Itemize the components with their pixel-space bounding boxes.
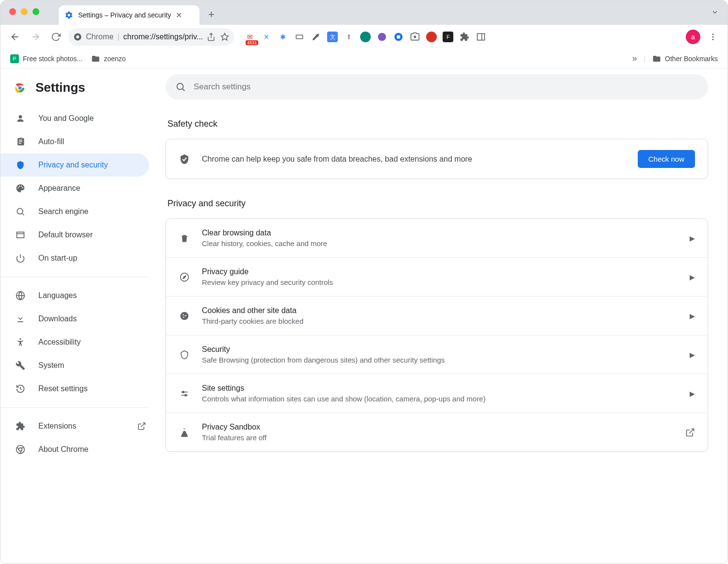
row-clear-browsing-data[interactable]: Clear browsing dataClear history, cookie… xyxy=(166,219,708,257)
extension-icon-10[interactable] xyxy=(393,32,404,42)
extension-icon-9[interactable] xyxy=(377,32,387,42)
sidebar-item-about[interactable]: About Chrome xyxy=(0,438,149,461)
search-input[interactable] xyxy=(194,82,698,92)
other-bookmarks[interactable]: Other Bookmarks xyxy=(652,54,718,63)
sidebar-item-system[interactable]: System xyxy=(0,354,149,377)
puzzle-icon xyxy=(15,421,26,431)
sidebar-item-label: Languages xyxy=(38,291,77,300)
sidebar-item-extensions[interactable]: Extensions xyxy=(0,415,156,438)
sidebar-item-label: Accessibility xyxy=(38,338,81,347)
row-privacy-guide[interactable]: Privacy guideReview key privacy and secu… xyxy=(166,257,708,296)
sidebar-item-autofill[interactable]: Auto-fill xyxy=(0,130,149,153)
sidebar-item-default-browser[interactable]: Default browser xyxy=(0,223,149,247)
extension-icon-4[interactable] xyxy=(294,32,305,42)
svg-point-13 xyxy=(712,36,714,38)
row-privacy-sandbox[interactable]: Privacy SandboxTrial features are off xyxy=(166,413,708,451)
shield-icon xyxy=(15,160,26,170)
sidebar-item-you-and-google[interactable]: You and Google xyxy=(0,107,149,130)
accessibility-icon xyxy=(15,337,26,347)
sidepanel-icon[interactable] xyxy=(476,32,486,42)
back-button[interactable] xyxy=(7,29,23,45)
search-icon xyxy=(15,207,26,216)
check-now-button[interactable]: Check now xyxy=(638,150,695,168)
folder-icon xyxy=(91,54,100,63)
close-window-button[interactable] xyxy=(9,8,16,15)
sidebar-item-accessibility[interactable]: Accessibility xyxy=(0,331,149,354)
gear-icon xyxy=(65,11,73,19)
sidebar-item-on-startup[interactable]: On start-up xyxy=(0,247,149,270)
tab-overflow-button[interactable] xyxy=(711,8,719,16)
bookmark-item-1[interactable]: P Free stock photos... xyxy=(10,54,83,63)
svg-line-27 xyxy=(141,423,145,427)
titlebar: Settings – Privacy and security ✕ + xyxy=(0,0,728,25)
sidebar-item-languages[interactable]: Languages xyxy=(0,284,149,307)
svg-line-45 xyxy=(689,429,694,433)
reload-button[interactable] xyxy=(48,29,64,45)
new-tab-button[interactable]: + xyxy=(208,8,215,21)
flask-icon xyxy=(179,428,190,437)
browser-tab[interactable]: Settings – Privacy and security ✕ xyxy=(59,5,199,25)
row-subtitle: Third-party cookies are blocked xyxy=(202,317,678,325)
external-link-icon xyxy=(685,428,695,437)
row-security[interactable]: SecuritySafe Browsing (protection from d… xyxy=(166,335,708,374)
power-icon xyxy=(15,253,26,263)
forward-button[interactable] xyxy=(28,29,43,45)
extension-icon-7[interactable]: ⬆ xyxy=(344,32,354,42)
clipboard-icon xyxy=(15,137,26,147)
sidebar-item-label: Search engine xyxy=(38,207,88,216)
extension-eyedropper-icon[interactable] xyxy=(311,32,321,42)
history-icon xyxy=(15,384,26,394)
extension-icon-3[interactable]: ✱ xyxy=(278,32,288,42)
sidebar-item-appearance[interactable]: Appearance xyxy=(0,177,149,200)
row-cookies[interactable]: Cookies and other site dataThird-party c… xyxy=(166,296,708,335)
minimize-window-button[interactable] xyxy=(21,8,28,15)
omnibox-prefix: Chrome xyxy=(86,33,114,41)
bookmark-star-icon[interactable] xyxy=(220,33,229,41)
extension-figma-icon[interactable]: F xyxy=(443,32,453,42)
extension-camera-icon[interactable] xyxy=(410,32,420,42)
svg-point-43 xyxy=(182,391,184,393)
sidebar-item-label: Appearance xyxy=(38,184,80,193)
sidebar-item-search-engine[interactable]: Search engine xyxy=(0,200,149,223)
sidebar-item-reset[interactable]: Reset settings xyxy=(0,377,149,400)
address-bar[interactable]: Chrome | chrome://settings/priv... xyxy=(68,28,234,46)
chrome-menu-button[interactable] xyxy=(705,29,721,45)
extension-icon-8[interactable] xyxy=(360,32,371,42)
sidebar-item-privacy-security[interactable]: Privacy and security xyxy=(0,153,149,177)
settings-sidebar: Settings You and Google Auto-fill Privac… xyxy=(0,68,156,564)
svg-point-37 xyxy=(181,312,189,320)
share-icon[interactable] xyxy=(207,33,215,41)
settings-search[interactable] xyxy=(165,74,708,100)
extension-gmail-icon[interactable]: ✉4531 xyxy=(245,32,255,42)
tab-close-button[interactable]: ✕ xyxy=(176,11,182,20)
bookmarks-overflow[interactable]: » xyxy=(632,53,637,64)
privacy-list-card: Clear browsing dataClear history, cookie… xyxy=(165,218,708,452)
profile-avatar[interactable]: a xyxy=(686,30,700,44)
page-title: Settings xyxy=(35,80,85,95)
row-site-settings[interactable]: Site settingsControls what information s… xyxy=(166,374,708,413)
sidebar-item-label: Extensions xyxy=(38,422,76,431)
extensions-puzzle-icon[interactable] xyxy=(459,32,470,42)
tab-title: Settings – Privacy and security xyxy=(78,11,171,19)
extension-icon-2[interactable]: ✕ xyxy=(261,32,272,42)
chrome-outline-icon xyxy=(15,445,26,454)
svg-rect-9 xyxy=(397,35,400,39)
sidebar-item-label: Auto-fill xyxy=(38,137,64,146)
sidebar-item-downloads[interactable]: Downloads xyxy=(0,307,149,331)
svg-line-34 xyxy=(182,89,184,91)
maximize-window-button[interactable] xyxy=(33,8,39,15)
safety-text: Chrome can help keep you safe from data … xyxy=(202,155,626,164)
sidebar-item-label: Downloads xyxy=(38,315,77,323)
download-icon xyxy=(15,314,26,324)
extension-translate-icon[interactable]: 文 xyxy=(327,32,338,42)
chevron-right-icon: ▶ xyxy=(690,234,695,242)
svg-point-38 xyxy=(182,314,184,315)
bookmark-item-2[interactable]: zoenzo xyxy=(91,54,126,63)
shield-check-icon xyxy=(179,153,190,165)
row-subtitle: Clear history, cookies, cache and more xyxy=(202,239,678,248)
sidebar-item-label: Privacy and security xyxy=(38,161,108,169)
extension-icon-12[interactable] xyxy=(426,32,437,42)
svg-point-14 xyxy=(712,39,714,40)
row-subtitle: Review key privacy and security controls xyxy=(202,278,678,286)
bookmark-label: Other Bookmarks xyxy=(665,55,718,63)
